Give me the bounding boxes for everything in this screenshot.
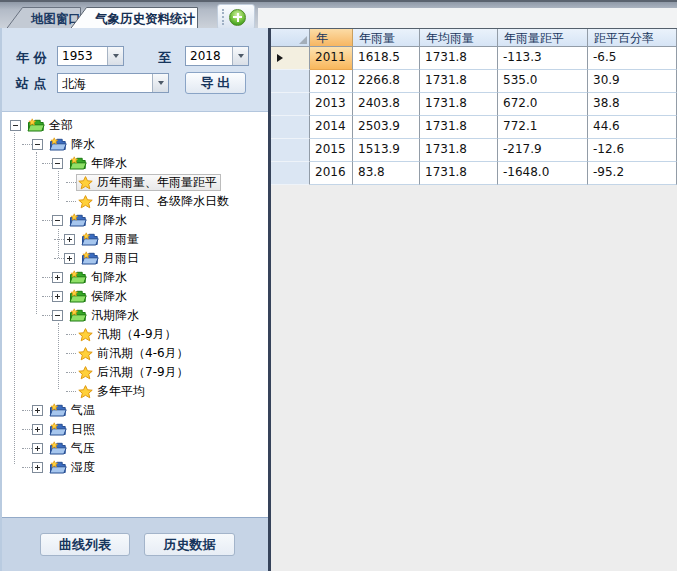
tree-node[interactable]: 气温: [2, 401, 268, 420]
tree-node[interactable]: 全部: [2, 116, 268, 135]
tree-connector: [66, 391, 76, 392]
tree-connector: [42, 315, 52, 316]
dropdown-arrow-icon[interactable]: [232, 47, 248, 65]
row-indicator[interactable]: [271, 70, 310, 93]
grid-cell[interactable]: 2013: [310, 93, 353, 116]
column-header[interactable]: 距平百分率: [588, 29, 677, 47]
tree-node[interactable]: 历年雨量、年雨量距平: [2, 173, 268, 192]
row-indicator[interactable]: [271, 139, 310, 162]
tree-node[interactable]: 月降水: [2, 211, 268, 230]
tree-node[interactable]: 年降水: [2, 154, 268, 173]
tree-node-content: 侯降水: [67, 288, 131, 305]
collapse-icon[interactable]: [52, 215, 63, 226]
tree-node-content: 汛期降水: [67, 307, 143, 324]
grid-cell[interactable]: 2012: [310, 70, 353, 93]
grid-cell[interactable]: 38.8: [588, 93, 677, 116]
grid-cell[interactable]: 2503.9: [353, 116, 420, 139]
grid-cell[interactable]: -113.3: [498, 47, 588, 70]
grid-cell[interactable]: 1731.8: [420, 70, 498, 93]
row-indicator[interactable]: [271, 116, 310, 139]
tree-node[interactable]: 湿度: [2, 458, 268, 477]
star-icon: [78, 347, 93, 361]
curve-list-button[interactable]: 曲线列表: [40, 533, 130, 556]
station-combo[interactable]: 北海: [57, 73, 169, 93]
row-indicator[interactable]: [271, 93, 310, 116]
grid-cell[interactable]: 44.6: [588, 116, 677, 139]
collapse-icon[interactable]: [10, 120, 21, 131]
expand-icon[interactable]: [52, 291, 63, 302]
grid-cell[interactable]: 772.1: [498, 116, 588, 139]
to-label: 至: [158, 49, 171, 67]
folder-green-icon: [27, 118, 45, 133]
grid-cell[interactable]: 2403.8: [353, 93, 420, 116]
tree-node[interactable]: 汛期（4-9月）: [2, 325, 268, 344]
grid-cell[interactable]: 2016: [310, 162, 353, 185]
folder-green-icon: [69, 308, 87, 323]
tree-node[interactable]: 月雨日: [2, 249, 268, 268]
grid-cell[interactable]: 2015: [310, 139, 353, 162]
grid-cell[interactable]: 1731.8: [420, 139, 498, 162]
tree-node[interactable]: 旬降水: [2, 268, 268, 287]
tree-node[interactable]: 历年雨日、各级降水日数: [2, 192, 268, 211]
expand-icon[interactable]: [52, 272, 63, 283]
tree-connector: [54, 239, 64, 240]
tree-node[interactable]: 多年平均: [2, 382, 268, 401]
grid-cell[interactable]: -6.5: [588, 47, 677, 70]
collapse-icon[interactable]: [32, 139, 43, 150]
data-grid: 年年雨量年均雨量年雨量距平距平百分率20111618.51731.8-113.3…: [271, 28, 677, 185]
collapse-icon[interactable]: [52, 158, 63, 169]
grid-cell[interactable]: 1731.8: [420, 116, 498, 139]
expand-icon[interactable]: [64, 253, 75, 264]
grid-cell[interactable]: -217.9: [498, 139, 588, 162]
export-button[interactable]: 导 出: [185, 72, 246, 94]
dropdown-arrow-icon[interactable]: [107, 47, 123, 65]
tree-node[interactable]: 气压: [2, 439, 268, 458]
grid-cell[interactable]: -1648.0: [498, 162, 588, 185]
grid-cell[interactable]: 1618.5: [353, 47, 420, 70]
column-header[interactable]: 年雨量: [353, 29, 420, 47]
grid-cell[interactable]: 1731.8: [420, 162, 498, 185]
tree-node[interactable]: 后汛期（7-9月）: [2, 363, 268, 382]
grid-cell[interactable]: 535.0: [498, 70, 588, 93]
tree-node[interactable]: 前汛期（4-6月）: [2, 344, 268, 363]
collapse-icon[interactable]: [52, 310, 63, 321]
tree-node[interactable]: 日照: [2, 420, 268, 439]
tree-node[interactable]: 侯降水: [2, 287, 268, 306]
folder-blue-icon: [49, 137, 67, 152]
grid-cell[interactable]: 2011: [310, 47, 353, 70]
column-header[interactable]: 年雨量距平: [498, 29, 588, 47]
add-tab-button[interactable]: [217, 4, 255, 30]
grid-cell[interactable]: -12.6: [588, 139, 677, 162]
row-indicator[interactable]: [271, 162, 310, 185]
grid-cell[interactable]: 1513.9: [353, 139, 420, 162]
grid-cell[interactable]: 672.0: [498, 93, 588, 116]
tab-map-window[interactable]: 地图窗口: [6, 8, 81, 30]
column-header[interactable]: 年均雨量: [420, 29, 498, 47]
expand-icon[interactable]: [32, 424, 43, 435]
expand-icon[interactable]: [64, 234, 75, 245]
history-data-button[interactable]: 历史数据: [144, 533, 235, 556]
column-header[interactable]: 年: [310, 29, 353, 47]
expand-icon[interactable]: [32, 462, 43, 473]
tree-node[interactable]: 汛期降水: [2, 306, 268, 325]
row-indicator[interactable]: [271, 47, 310, 70]
tree-node[interactable]: 降水: [2, 135, 268, 154]
expand-icon[interactable]: [32, 443, 43, 454]
dropdown-arrow-icon[interactable]: [152, 74, 168, 92]
tree-connector: [42, 163, 52, 164]
expand-icon[interactable]: [32, 405, 43, 416]
tab-weather-history-stats[interactable]: 气象历史资料统计: [70, 8, 198, 30]
folder-green-icon: [69, 156, 87, 171]
grid-cell[interactable]: -95.2: [588, 162, 677, 185]
grid-cell[interactable]: 30.9: [588, 70, 677, 93]
year-from-combo[interactable]: 1953: [57, 46, 124, 66]
grid-cell[interactable]: 2266.8: [353, 70, 420, 93]
grid-cell[interactable]: 2014: [310, 116, 353, 139]
grid-cell[interactable]: 1731.8: [420, 47, 498, 70]
grid-corner-cell[interactable]: [271, 29, 310, 47]
tree-node-content: 降水: [47, 136, 99, 153]
year-to-combo[interactable]: 2018: [185, 46, 249, 66]
tree-node[interactable]: 月雨量: [2, 230, 268, 249]
grid-cell[interactable]: 83.8: [353, 162, 420, 185]
grid-cell[interactable]: 1731.8: [420, 93, 498, 116]
